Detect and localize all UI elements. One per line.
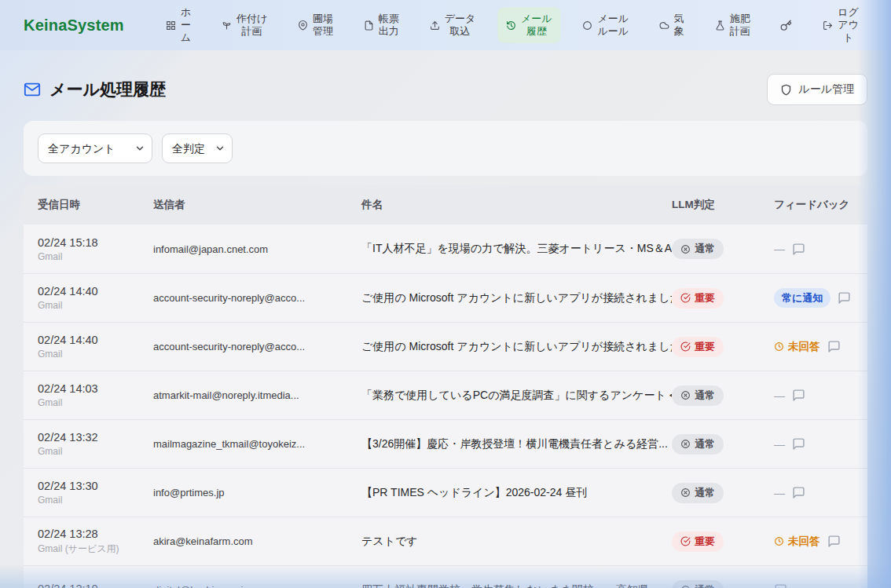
top-nav: ホ ー ム作付け 計画圃場 管理帳票 出力データ 取込メール 履歴メール ルール… bbox=[157, 1, 867, 50]
mail-subject: 「業務で使用しているPCの満足度調査」に関するアンケート ≪... bbox=[361, 389, 672, 403]
comment-bubble-icon bbox=[774, 583, 787, 588]
cell-received: 02/24 14:03Gmail bbox=[38, 382, 153, 408]
nav-item-weather[interactable]: 気 象 bbox=[651, 7, 693, 44]
feedback-cell: — bbox=[774, 243, 853, 256]
table-row[interactable]: 02/24 12:10digital@kochinews.jp四万十福祉専門学校… bbox=[24, 565, 867, 588]
col-header-datetime: 受信日時 bbox=[38, 198, 153, 212]
judgement-label: 通常 bbox=[695, 437, 715, 451]
mail-subject: ご使用の Microsoft アカウントに新しいアプリが接続されました bbox=[361, 340, 672, 354]
nav-item-mail-rules[interactable]: メール ルール bbox=[574, 7, 637, 44]
circle-x-icon bbox=[680, 390, 691, 400]
rule-management-label: ルール管理 bbox=[798, 82, 854, 97]
feedback-empty-dash: — bbox=[774, 487, 785, 499]
rule-management-button[interactable]: ルール管理 bbox=[767, 74, 867, 105]
table-row[interactable]: 02/24 15:18Gmailinfomail@japan.cnet.com「… bbox=[24, 225, 867, 273]
mail-subject: 「IT人材不足」を現場の力で解決。三菱オートリース・MS＆AD... bbox=[361, 242, 672, 256]
col-header-sender: 送信者 bbox=[153, 198, 361, 212]
feedback-comment-button[interactable] bbox=[838, 291, 851, 305]
account-filter-select[interactable]: 全アカウント bbox=[38, 133, 152, 163]
feedback-comment-button[interactable] bbox=[792, 486, 805, 499]
table-row[interactable]: 02/24 14:03Gmailatmarkit-mail@noreply.it… bbox=[24, 371, 867, 419]
nav-item-label: メール ルール bbox=[597, 13, 629, 38]
feedback-comment-button[interactable] bbox=[792, 437, 805, 451]
comment-bubble-icon bbox=[792, 389, 805, 402]
check-circle-icon bbox=[680, 341, 691, 352]
nav-item-data-import[interactable]: データ 取込 bbox=[421, 7, 485, 44]
nav-item-label: 圃場 管理 bbox=[313, 13, 333, 38]
received-datetime: 02/24 13:32 bbox=[38, 431, 153, 444]
nav-item-logout[interactable]: ログ アウ ト bbox=[814, 1, 867, 50]
feedback-cell: 常に通知 bbox=[774, 288, 853, 308]
account-label: Gmail bbox=[38, 446, 153, 457]
judgement-badge: 重要 bbox=[672, 531, 724, 552]
table-row[interactable]: 02/24 14:40Gmailaccount-security-noreply… bbox=[24, 273, 867, 322]
nav-item-mail-history[interactable]: メール 履歴 bbox=[497, 7, 561, 44]
mail-subject: 【3/26開催】慶応・岸教授登壇！横川電機責任者とみる経営... bbox=[361, 437, 672, 451]
brand-logo[interactable]: KeinaSystem bbox=[24, 16, 124, 35]
table-row[interactable]: 02/24 13:32Gmailmailmagazine_tkmail@toyo… bbox=[24, 419, 867, 468]
judgement-filter-select[interactable]: 全判定 bbox=[162, 133, 233, 163]
top-bar: KeinaSystem ホ ー ム作付け 計画圃場 管理帳票 出力データ 取込メ… bbox=[0, 0, 891, 50]
map-pin-icon bbox=[298, 20, 308, 31]
nav-item-planting-plan[interactable]: 作付け 計画 bbox=[213, 7, 276, 44]
judgement-badge: 通常 bbox=[672, 239, 724, 259]
received-datetime: 02/24 15:18 bbox=[38, 236, 153, 249]
feedback-cell bbox=[774, 583, 853, 588]
mail-history-table: 受信日時 送信者 件名 LLM判定 フィードバック 02/24 15:18Gma… bbox=[24, 185, 867, 588]
cell-received: 02/24 13:30Gmail bbox=[38, 480, 153, 506]
nav-item-field-management[interactable]: 圃場 管理 bbox=[289, 7, 342, 44]
feedback-comment-button[interactable] bbox=[827, 340, 841, 353]
table-row[interactable]: 02/24 13:28Gmail (サービス用)akira@keinafarm.… bbox=[24, 517, 867, 565]
col-header-feedback: フィードバック bbox=[774, 198, 853, 212]
check-circle-icon bbox=[680, 293, 691, 303]
judgement-label: 通常 bbox=[695, 486, 715, 500]
nav-item-fertilizer-plan[interactable]: 施肥 計画 bbox=[706, 7, 759, 44]
sender-email: atmarkit-mail@noreply.itmedia... bbox=[153, 389, 361, 401]
nav-item-key[interactable] bbox=[772, 14, 801, 37]
judgement-badge: 重要 bbox=[672, 337, 724, 357]
received-datetime: 02/24 14:40 bbox=[38, 334, 153, 346]
mail-subject: 四万十福祉専門学校 学生募集しないまま閉校へ 高知県... bbox=[361, 583, 672, 588]
feedback-comment-button[interactable] bbox=[792, 243, 805, 256]
logout-icon bbox=[823, 20, 833, 31]
main-content: メール処理履歴 ルール管理 全アカウント 全判定 bbox=[0, 74, 891, 588]
mail-subject: テストです bbox=[361, 535, 672, 549]
flask-icon bbox=[715, 20, 725, 31]
mail-subject: 【PR TIMES ヘッドライン】2026-02-24 昼刊 bbox=[361, 486, 672, 500]
circle-x-icon bbox=[680, 488, 691, 498]
nav-item-report-output[interactable]: 帳票 出力 bbox=[355, 7, 408, 44]
page-title: メール処理履歴 bbox=[50, 79, 166, 100]
judgement-cell: 通常 bbox=[672, 483, 774, 503]
judgement-badge: 通常 bbox=[672, 385, 724, 406]
comment-bubble-icon bbox=[827, 340, 841, 353]
nav-item-label: メール 履歴 bbox=[521, 13, 552, 38]
feedback-unanswered-label: 未回答 bbox=[788, 340, 820, 354]
comment-bubble-icon bbox=[792, 486, 805, 499]
nav-item-label: 施肥 計画 bbox=[730, 13, 750, 38]
filters-card: 全アカウント 全判定 bbox=[24, 121, 867, 176]
feedback-cell: — bbox=[774, 437, 853, 451]
cell-received: 02/24 12:10 bbox=[38, 583, 153, 588]
feedback-comment-button[interactable] bbox=[774, 583, 787, 588]
table-row[interactable]: 02/24 13:30Gmailinfo@prtimes.jp【PR TIMES… bbox=[24, 468, 867, 517]
sender-email: akira@keinafarm.com bbox=[153, 535, 361, 547]
table-header-row: 受信日時 送信者 件名 LLM判定 フィードバック bbox=[24, 185, 867, 225]
feedback-cell: 未回答 bbox=[774, 340, 853, 354]
feedback-comment-button[interactable] bbox=[827, 535, 841, 548]
account-label: Gmail (サービス用) bbox=[38, 542, 153, 556]
mail-icon bbox=[24, 81, 41, 98]
judgement-label: 通常 bbox=[695, 242, 715, 256]
check-circle-icon bbox=[680, 536, 691, 546]
sprout-icon bbox=[222, 20, 232, 31]
nav-item-home[interactable]: ホ ー ム bbox=[157, 1, 200, 50]
received-datetime: 02/24 14:40 bbox=[38, 285, 153, 298]
history-icon bbox=[506, 20, 516, 31]
account-label: Gmail bbox=[38, 349, 153, 360]
judgement-cell: 通常 bbox=[672, 239, 774, 259]
upload-icon bbox=[430, 20, 440, 31]
feedback-comment-button[interactable] bbox=[792, 389, 805, 402]
judgement-label: 通常 bbox=[695, 389, 715, 403]
judgement-label: 重要 bbox=[695, 291, 715, 305]
table-row[interactable]: 02/24 14:40Gmailaccount-security-noreply… bbox=[24, 322, 867, 371]
comment-bubble-icon bbox=[827, 535, 841, 548]
